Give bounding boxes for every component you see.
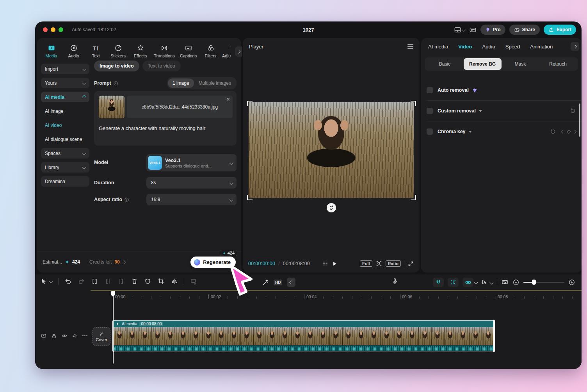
video-preview[interactable] xyxy=(249,102,414,198)
select-tool-button[interactable] xyxy=(41,278,52,285)
segment-multiple-images[interactable]: Multiple images xyxy=(194,78,236,88)
regenerate-button[interactable]: Regenerate xyxy=(190,257,236,268)
minimize-window-button[interactable] xyxy=(51,27,55,32)
model-select[interactable]: Veo3.1 Veo3.1 Supports dialogue and... xyxy=(146,154,237,171)
tab-image-to-video[interactable]: Image to video xyxy=(94,61,139,71)
expand-triangle-icon[interactable] xyxy=(479,110,482,112)
sidebar-item-spaces[interactable]: Spaces xyxy=(41,148,89,159)
share-button[interactable]: Share xyxy=(509,25,540,35)
zoom-out-icon[interactable] xyxy=(512,279,519,286)
magnetic-snap-button[interactable] xyxy=(433,278,444,287)
crop-icon[interactable] xyxy=(157,278,165,285)
custom-removal-checkbox[interactable] xyxy=(427,108,433,114)
ai-media-clip[interactable]: AI media 00:00:08:00 xyxy=(113,320,495,351)
lock-icon[interactable] xyxy=(51,333,57,339)
rotate-handle[interactable] xyxy=(327,203,336,212)
tab-adjustment[interactable]: Adjustment xyxy=(222,44,231,61)
reference-image-thumbnail[interactable] xyxy=(99,96,125,118)
sidebar-item-library[interactable]: Library xyxy=(41,162,89,173)
duration-select[interactable]: 8s xyxy=(146,177,237,189)
subtab-retouch[interactable]: Retouch xyxy=(539,58,577,70)
voiceover-mic-icon[interactable] xyxy=(391,278,398,285)
selection-handle[interactable] xyxy=(247,195,253,200)
frame-extract-icon[interactable] xyxy=(190,278,197,285)
toolbar-overflow-button[interactable] xyxy=(235,46,242,57)
tab-audio-insp[interactable]: Audio xyxy=(482,44,495,50)
previous-keyframe-icon[interactable] xyxy=(561,130,565,134)
split-icon[interactable] xyxy=(91,278,98,285)
track-more-icon[interactable] xyxy=(82,335,87,337)
play-button[interactable] xyxy=(332,261,338,267)
subtab-basic[interactable]: Basic xyxy=(426,58,464,70)
next-keyframe-icon[interactable] xyxy=(573,130,577,134)
tab-captions[interactable]: Captions xyxy=(177,44,199,61)
subtab-mask[interactable]: Mask xyxy=(502,58,539,70)
hd-quality-badge[interactable]: HD xyxy=(274,280,282,285)
auto-snap-button[interactable] xyxy=(448,278,459,287)
mask-icon[interactable] xyxy=(144,278,151,285)
selection-handle[interactable] xyxy=(411,101,416,106)
reset-icon[interactable] xyxy=(570,108,576,114)
preview-axis-icon[interactable] xyxy=(501,279,509,286)
trim-right-icon[interactable] xyxy=(117,278,125,285)
selection-handle[interactable] xyxy=(411,195,416,200)
layout-switcher-button[interactable] xyxy=(454,26,465,34)
tab-media[interactable]: Media xyxy=(40,44,62,61)
reference-file-chip[interactable]: c8b9af5f58dd2da...44d5233380a.jpg xyxy=(127,96,233,118)
timeline-zoom-slider[interactable] xyxy=(523,282,564,283)
fullscreen-icon[interactable] xyxy=(407,260,414,267)
tab-video[interactable]: Video xyxy=(458,44,472,50)
tab-text-to-video[interactable]: Text to video xyxy=(142,61,181,71)
info-icon[interactable] xyxy=(124,197,129,202)
delete-icon[interactable] xyxy=(131,278,138,285)
chroma-key-checkbox[interactable] xyxy=(427,128,433,135)
track-preview-icon[interactable] xyxy=(41,333,47,339)
tab-stickers[interactable]: Stickers xyxy=(107,44,129,61)
sidebar-item-ai-media[interactable]: AI media xyxy=(41,92,89,102)
frames-view-icon[interactable] xyxy=(322,260,329,267)
add-keyframe-icon[interactable] xyxy=(566,129,571,134)
full-preview-button[interactable]: Full xyxy=(360,260,372,267)
chevron-right-icon[interactable] xyxy=(122,260,126,264)
aspect-ratio-select[interactable]: 16:9 xyxy=(146,194,237,205)
tab-ai-media[interactable]: AI media xyxy=(428,44,448,50)
trim-left-icon[interactable] xyxy=(104,278,112,285)
close-window-button[interactable] xyxy=(43,27,48,32)
sidebar-item-ai-image[interactable]: AI image xyxy=(41,106,89,116)
redo-icon[interactable] xyxy=(78,278,85,285)
tab-effects[interactable]: Effects xyxy=(129,44,151,61)
speaker-icon[interactable] xyxy=(72,333,78,339)
sidebar-item-import[interactable]: Import xyxy=(41,64,89,74)
eye-icon[interactable] xyxy=(61,333,68,339)
export-button[interactable]: Export xyxy=(544,25,576,35)
playhead[interactable] xyxy=(113,291,114,363)
inspector-scrollbar[interactable] xyxy=(579,103,580,137)
zoom-in-icon[interactable] xyxy=(568,279,575,286)
mirror-flip-icon[interactable] xyxy=(171,278,178,285)
pro-button[interactable]: Pro xyxy=(480,25,505,35)
tab-filters[interactable]: Filters xyxy=(199,44,222,61)
auto-removal-checkbox[interactable] xyxy=(427,87,433,93)
reset-icon[interactable] xyxy=(550,128,556,135)
sidebar-item-ai-video[interactable]: AI video xyxy=(41,120,89,130)
sidebar-item-yours[interactable]: Yours xyxy=(41,78,89,88)
segment-1-image[interactable]: 1 image xyxy=(168,78,194,88)
inspector-tabs-overflow-button[interactable] xyxy=(571,42,579,51)
multi-select-tool-button[interactable] xyxy=(481,279,493,286)
tab-speed[interactable]: Speed xyxy=(505,44,520,50)
tab-transitions[interactable]: Transitions xyxy=(151,44,177,61)
selection-handle[interactable] xyxy=(247,101,253,106)
focus-zoom-icon[interactable] xyxy=(375,260,382,267)
tab-audio[interactable]: Audio xyxy=(62,44,85,61)
notes-panel-button[interactable] xyxy=(469,26,477,34)
prompt-text[interactable]: Generate a character with naturally movi… xyxy=(99,125,232,131)
link-clips-button[interactable] xyxy=(462,278,477,287)
collapse-toolbar-button[interactable] xyxy=(287,278,295,287)
remove-image-button[interactable] xyxy=(226,97,230,102)
cover-button[interactable]: Cover xyxy=(92,327,110,346)
player-menu-button[interactable] xyxy=(407,43,413,50)
timeline-ruler[interactable]: 00:00 00:02 00:04 00:06 00:08 xyxy=(91,291,582,300)
zoom-window-button[interactable] xyxy=(59,27,63,32)
sidebar-item-ai-dialogue-scene[interactable]: AI dialogue scene xyxy=(41,134,89,144)
undo-icon[interactable] xyxy=(64,278,72,285)
